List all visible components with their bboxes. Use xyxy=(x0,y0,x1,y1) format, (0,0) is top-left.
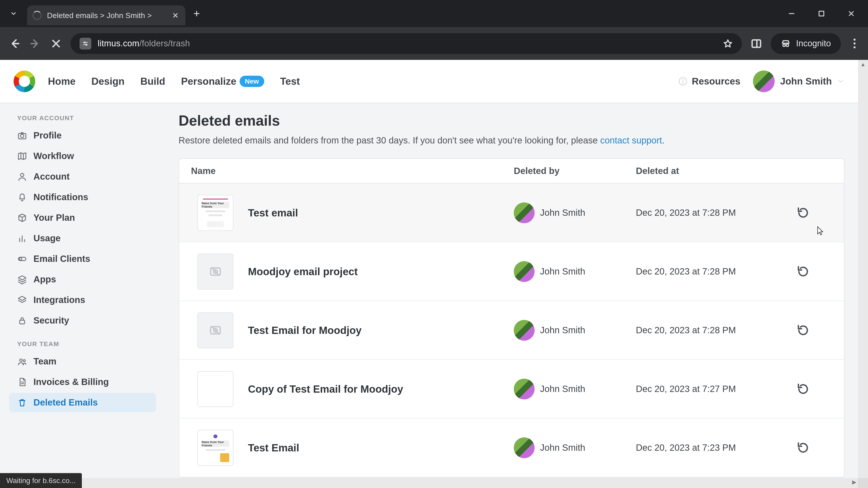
table-row[interactable]: Moodjoy email project John Smith Dec 20,… xyxy=(179,242,844,301)
minimize-icon[interactable] xyxy=(787,9,796,18)
restore-button[interactable] xyxy=(797,442,809,454)
horizontal-scrollbar[interactable] xyxy=(0,478,858,488)
resources-link[interactable]: Resources xyxy=(678,76,741,87)
sidebar-item-integrations[interactable]: Integrations xyxy=(9,290,156,310)
table-row[interactable]: Copy of Test Email for Moodjoy John Smit… xyxy=(179,360,844,419)
restore-icon xyxy=(797,206,809,219)
deleted-by-cell: John Smith xyxy=(514,437,636,458)
restore-button[interactable] xyxy=(797,324,809,337)
vertical-scrollbar[interactable] xyxy=(858,60,868,478)
incognito-label: Incognito xyxy=(796,39,831,48)
status-text: Waiting for b.6sc.co... xyxy=(6,477,75,485)
tune-icon xyxy=(82,40,89,47)
table-row[interactable]: News from Your Friends Test Email John S… xyxy=(179,419,844,477)
contact-support-link[interactable]: contact support xyxy=(600,135,662,145)
avatar xyxy=(753,70,775,92)
email-thumbnail xyxy=(197,312,234,348)
nav-home[interactable]: Home xyxy=(48,76,75,87)
page-title: Deleted emails xyxy=(179,112,844,129)
browser-menu-button[interactable] xyxy=(849,38,860,49)
back-button[interactable] xyxy=(8,37,21,50)
litmus-logo[interactable] xyxy=(13,70,35,92)
address-bar[interactable]: litmus.com/folders/trash xyxy=(70,33,742,54)
deleted-by-name: John Smith xyxy=(540,384,585,394)
sidebar-item-email-clients[interactable]: Email Clients xyxy=(9,249,156,268)
browser-status-bar: Waiting for b.6sc.co... xyxy=(0,473,82,488)
document-icon xyxy=(17,377,27,387)
col-deleted-at: Deleted at xyxy=(636,166,783,176)
nav-personalize[interactable]: Personalize New xyxy=(181,76,264,87)
deleted-by-name: John Smith xyxy=(540,207,585,218)
user-icon xyxy=(17,172,27,182)
layers-icon xyxy=(17,295,27,305)
svg-rect-0 xyxy=(819,11,824,16)
sidebar: YOUR ACCOUNT Profile Workflow Account No… xyxy=(0,103,165,478)
browser-chrome: Deleted emails > John Smith > litmus.com… xyxy=(0,0,868,60)
sidebar-item-profile[interactable]: Profile xyxy=(9,126,156,145)
nav-design[interactable]: Design xyxy=(91,76,125,87)
deleted-by-cell: John Smith xyxy=(514,261,636,282)
lock-icon xyxy=(17,316,27,326)
restore-icon xyxy=(797,442,809,454)
bookmark-star-icon[interactable] xyxy=(723,39,733,48)
side-panel-button[interactable] xyxy=(750,37,763,50)
sidebar-item-team[interactable]: Team xyxy=(9,352,156,371)
forward-button[interactable] xyxy=(29,37,41,50)
svg-point-9 xyxy=(683,79,683,80)
bar-chart-icon xyxy=(17,233,27,243)
deleted-by-cell: John Smith xyxy=(514,320,636,341)
sidebar-item-deleted-emails[interactable]: Deleted Emails xyxy=(9,393,156,412)
restore-button[interactable] xyxy=(797,206,809,219)
name-cell: News from Your Friends Test email xyxy=(179,195,514,231)
restore-button[interactable] xyxy=(797,383,809,395)
email-thumbnail: News from Your Friends xyxy=(197,195,234,231)
sidebar-item-security[interactable]: Security xyxy=(9,311,156,330)
stop-reload-button[interactable] xyxy=(50,37,62,50)
email-name: Test email xyxy=(248,207,298,219)
restore-icon xyxy=(797,383,809,395)
table-row[interactable]: News from Your Friends Test email John S… xyxy=(179,184,844,242)
close-window-icon[interactable] xyxy=(847,9,855,18)
nav-test[interactable]: Test xyxy=(280,76,300,87)
sidebar-item-workflow[interactable]: Workflow xyxy=(9,147,156,166)
deleted-at-cell: Dec 20, 2023 at 7:27 PM xyxy=(636,384,783,394)
sidebar-item-invoices[interactable]: Invoices & Billing xyxy=(9,372,156,392)
avatar xyxy=(514,261,535,282)
table-row[interactable]: Test Email for Moodjoy John Smith Dec 20… xyxy=(179,301,844,360)
app-header: Home Design Build Personalize New Test R… xyxy=(0,60,858,103)
email-thumbnail xyxy=(197,254,234,290)
avatar xyxy=(514,437,535,458)
user-menu[interactable]: John Smith xyxy=(753,70,844,92)
app-body: YOUR ACCOUNT Profile Workflow Account No… xyxy=(0,103,858,478)
sidebar-item-account[interactable]: Account xyxy=(9,167,156,186)
restore-icon xyxy=(797,265,809,278)
browser-tab[interactable]: Deleted emails > John Smith > xyxy=(27,5,185,25)
svg-point-20 xyxy=(23,359,25,361)
sidebar-item-usage[interactable]: Usage xyxy=(9,229,156,248)
sidebar-item-notifications[interactable]: Notifications xyxy=(9,188,156,207)
sidebar-item-your-plan[interactable]: Your Plan xyxy=(9,208,156,227)
site-info-button[interactable] xyxy=(80,38,91,50)
svg-point-17 xyxy=(19,258,22,260)
tabs-dropdown-button[interactable] xyxy=(0,0,27,27)
email-name: Copy of Test Email for Moodjoy xyxy=(248,383,403,395)
arrow-left-icon xyxy=(8,37,21,50)
maximize-icon[interactable] xyxy=(817,9,826,18)
table-body: News from Your Friends Test email John S… xyxy=(179,184,844,477)
email-name: Test Email xyxy=(248,442,299,454)
resources-label: Resources xyxy=(692,76,741,87)
name-cell: Copy of Test Email for Moodjoy xyxy=(179,371,514,407)
new-tab-button[interactable] xyxy=(190,7,204,20)
name-cell: Moodjoy email project xyxy=(179,254,514,290)
restore-button[interactable] xyxy=(797,265,809,278)
close-tab-icon[interactable] xyxy=(172,12,179,19)
users-icon xyxy=(17,357,27,366)
window-controls xyxy=(787,9,868,18)
avatar xyxy=(514,320,535,341)
sidebar-item-apps[interactable]: Apps xyxy=(9,270,156,289)
toggle-icon xyxy=(17,254,27,264)
incognito-indicator[interactable]: Incognito xyxy=(771,33,841,54)
svg-point-19 xyxy=(20,359,22,361)
user-name-label: John Smith xyxy=(780,76,832,87)
nav-build[interactable]: Build xyxy=(141,76,165,87)
